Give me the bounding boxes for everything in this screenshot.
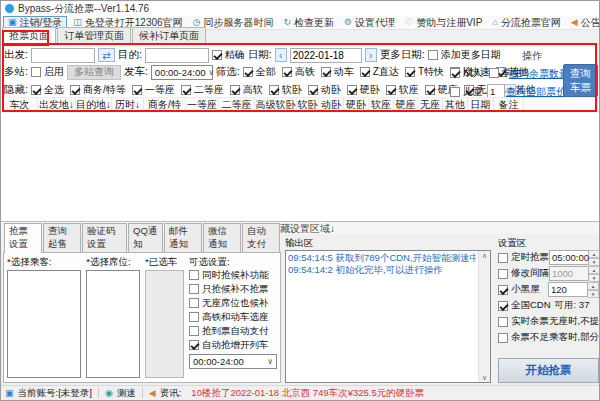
column-header-2[interactable]: 目的地↓: [76, 98, 112, 111]
column-header-5[interactable]: 一等座: [186, 98, 219, 111]
swap-stations-button[interactable]: ⇄: [98, 48, 115, 62]
tab-2[interactable]: 候补订单页面: [132, 27, 206, 44]
start-grab-button[interactable]: 开始抢票: [498, 358, 599, 383]
filter-4-checkbox[interactable]: T特快: [405, 65, 444, 79]
settings-2-checkbox[interactable]: 小黑屋: [498, 283, 540, 296]
output-scrollbar[interactable]: ∧ ∨: [478, 251, 490, 382]
column-header-16[interactable]: 备注: [494, 98, 524, 111]
chevron-down-icon: ∨: [267, 357, 273, 366]
settings-0-checkbox[interactable]: 定时抢票: [498, 251, 549, 264]
app-icon: [5, 4, 14, 13]
prev-date-button[interactable]: ‹: [275, 48, 287, 62]
hide-8-checkbox[interactable]: 软座: [386, 83, 419, 97]
hide-3-checkbox[interactable]: 二等座: [181, 83, 224, 97]
tab-0[interactable]: 抢票页面: [2, 27, 56, 45]
filter-0-checkbox[interactable]: 全部: [243, 65, 276, 79]
column-header-3[interactable]: 历时↓: [112, 98, 144, 111]
settings-1-spinner[interactable]: 1000▴▾: [549, 266, 600, 281]
settings-tab-5[interactable]: 微信通知: [203, 223, 241, 252]
settings-2-spinner[interactable]: 120▴▾: [548, 282, 599, 297]
option-5-checkbox[interactable]: 自动抢增开列车: [189, 339, 269, 352]
hide-2-checkbox[interactable]: 一等座: [132, 83, 175, 97]
filter-1-checkbox[interactable]: 高铁: [282, 65, 315, 79]
settings-tab-6[interactable]: 自动支付: [242, 223, 280, 252]
column-header-15[interactable]: 日期: [468, 98, 494, 111]
speed-test-button[interactable]: 测速: [117, 387, 136, 400]
exact-match-checkbox[interactable]: 精确: [212, 48, 245, 62]
spin-down-icon[interactable]: ▾: [588, 290, 599, 298]
settings-1-value: 1000: [549, 266, 589, 281]
query-ticket-button[interactable]: 查询 车票: [563, 64, 598, 97]
toolbar-button-4[interactable]: ⚙设置代理: [340, 16, 399, 29]
adult-checkbox[interactable]: 成人: [450, 66, 483, 80]
from-input[interactable]: [31, 48, 95, 63]
spin-up-icon[interactable]: ▴: [589, 250, 600, 258]
column-header-6[interactable]: 二等座: [219, 98, 255, 111]
settings-1-checkbox[interactable]: 修改间隔: [498, 267, 549, 280]
option-1-checkbox[interactable]: 只抢候补不抢票: [189, 283, 269, 296]
settings-4-checkbox[interactable]: 实时余票无座时,不提交: [498, 315, 600, 328]
toolbar-button-5[interactable]: ♡赞助与注册VIP: [401, 16, 486, 29]
settings-tab-3[interactable]: QQ通知: [128, 223, 163, 252]
seat-listbox[interactable]: [86, 270, 140, 378]
multi-station-enable-checkbox[interactable]: 启用: [31, 65, 64, 79]
column-header-9[interactable]: 动卧: [319, 98, 344, 111]
hide-4-checkbox[interactable]: 高软: [230, 83, 263, 97]
spin-up-icon[interactable]: ▴: [588, 282, 599, 290]
column-header-7[interactable]: 高级软卧: [255, 98, 297, 111]
hide-4-checkbox-label: 高软: [243, 83, 263, 97]
option-4-checkbox[interactable]: 抢到票自动支付: [189, 325, 269, 338]
column-header-11[interactable]: 软座: [369, 98, 394, 111]
next-date-button[interactable]: ›: [365, 48, 377, 62]
column-header-10[interactable]: 硬卧: [344, 98, 369, 111]
date-input[interactable]: [290, 48, 362, 63]
exact-match-checkbox-label: 精确: [225, 48, 245, 62]
option-2-checkbox[interactable]: 无座席位也候补: [189, 297, 269, 310]
depart-time-select[interactable]: 00:00-24:00 ∨: [151, 65, 213, 80]
passenger-listbox[interactable]: [7, 270, 81, 378]
option-4-checkbox-box: [189, 326, 199, 336]
option-3-checkbox[interactable]: 高铁和动车选座: [189, 311, 269, 324]
spin-down-icon[interactable]: ▾: [589, 258, 600, 266]
filter-3-checkbox[interactable]: Z直达: [360, 65, 399, 79]
multi-station-query-button[interactable]: 多站查询: [67, 65, 121, 80]
seat-column: *选择席位:: [86, 256, 140, 378]
spin-up-icon[interactable]: ▴: [589, 266, 600, 274]
spin-down-icon[interactable]: ▾: [589, 274, 600, 282]
query-remaining-link[interactable]: 查询余票数量: [509, 67, 569, 81]
column-header-13[interactable]: 无座: [418, 98, 443, 111]
train-table-body[interactable]: [2, 113, 598, 221]
settings-tab-2[interactable]: 验证码设置: [82, 223, 127, 252]
announce-button[interactable]: ◀公告:: [567, 16, 600, 29]
settings-tab-4[interactable]: 邮件通知: [164, 223, 202, 252]
selected-trains-listbox[interactable]: [145, 270, 184, 378]
settings-5-checkbox[interactable]: 余票不足乘客时,部分提交: [498, 331, 600, 344]
hide-0-checkbox[interactable]: 全选: [31, 83, 64, 97]
column-header-0[interactable]: 车次: [2, 98, 38, 111]
column-header-12[interactable]: 硬座: [394, 98, 418, 111]
settings-tab-0[interactable]: 抢票设置: [4, 223, 42, 253]
toolbar-button-3[interactable]: ↻检查更新: [279, 16, 338, 29]
add-more-dates-checkbox[interactable]: 添加更多日期: [428, 48, 501, 62]
scroll-down-icon[interactable]: ∨: [482, 373, 487, 382]
chevron-left-icon: ‹: [279, 50, 282, 61]
hide-7-checkbox[interactable]: 硬卧: [347, 83, 380, 97]
hide-5-checkbox[interactable]: 软卧: [269, 83, 302, 97]
tab-1[interactable]: 订单管理页面: [57, 27, 131, 44]
grab-time-range-select[interactable]: 00:00-24:00 ∨: [189, 354, 277, 369]
scroll-up-icon[interactable]: ∧: [482, 251, 487, 260]
settings-0-spinner[interactable]: 05:00:00▴▾: [549, 250, 600, 265]
column-header-8[interactable]: 软卧: [297, 98, 319, 111]
toolbar-button-6[interactable]: ⌂分流抢票官网: [488, 16, 564, 29]
column-header-14[interactable]: 其他: [443, 98, 468, 111]
hide-1-checkbox[interactable]: 商务/特等: [70, 83, 126, 97]
settings-2-value: 120: [548, 282, 588, 297]
column-header-1[interactable]: 出发地↓: [38, 98, 76, 111]
column-header-4[interactable]: 商务/特等: [144, 98, 186, 111]
filter-2-checkbox[interactable]: 动车: [321, 65, 354, 79]
to-input[interactable]: [145, 48, 209, 63]
hide-6-checkbox[interactable]: 动卧: [308, 83, 341, 97]
settings-tab-1[interactable]: 查询起售: [43, 223, 81, 252]
settings-3-checkbox[interactable]: 全国CDN: [498, 299, 551, 312]
option-0-checkbox[interactable]: 同时抢候补功能: [189, 269, 269, 282]
